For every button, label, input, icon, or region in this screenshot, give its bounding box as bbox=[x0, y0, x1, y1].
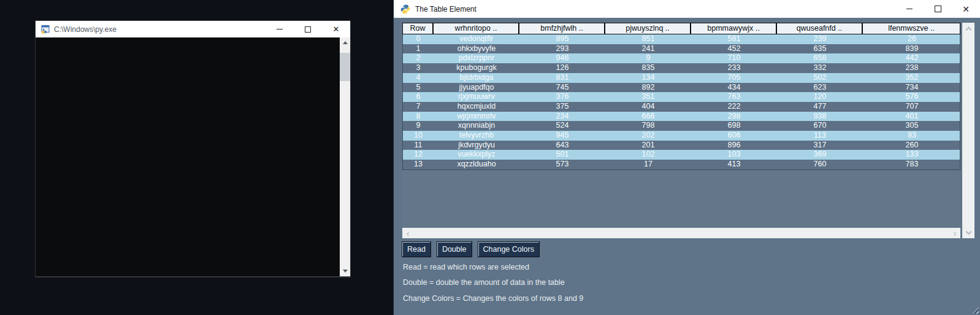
table-cell: 670 bbox=[777, 121, 863, 131]
table-row[interactable]: 12vuekkxplyz501102103369133 bbox=[403, 150, 960, 160]
table-cell: 502 bbox=[777, 73, 863, 83]
console-close-button[interactable]: ✕ bbox=[322, 21, 350, 37]
table-row[interactable]: 3kpubogurgk126835233332238 bbox=[403, 63, 960, 73]
table-cell: 831 bbox=[519, 73, 605, 83]
console-output-area[interactable] bbox=[36, 37, 350, 277]
table-row[interactable]: 13xqzzlduaho57317413760783 bbox=[403, 160, 960, 169]
table-window-titlebar[interactable]: The Table Element ✕ bbox=[394, 0, 980, 18]
table-cell: 202 bbox=[605, 131, 691, 141]
table-cell: 103 bbox=[691, 150, 777, 160]
table-minimize-button[interactable] bbox=[895, 0, 924, 18]
column-header[interactable]: bpmmawywjx .. bbox=[691, 23, 776, 34]
table-cell: 8 bbox=[403, 112, 434, 122]
table-cell: 201 bbox=[605, 141, 691, 150]
scroll-down-button[interactable] bbox=[340, 266, 350, 276]
table-cell: 260 bbox=[863, 141, 961, 150]
table-cell: 93 bbox=[863, 131, 961, 141]
table-scroll-right-button[interactable]: › bbox=[949, 228, 960, 238]
table-cell: 606 bbox=[691, 131, 777, 141]
table-cell: kpubogurgk bbox=[434, 63, 519, 73]
table-row[interactable]: 2pdxlzrppnr9469710658442 bbox=[403, 53, 960, 63]
console-app-icon bbox=[40, 25, 50, 34]
console-minimize-button[interactable] bbox=[266, 21, 294, 37]
table-cell: 710 bbox=[691, 53, 777, 63]
double-button[interactable]: Double bbox=[437, 242, 472, 257]
help-text-double: Double = double the amount of data in th… bbox=[403, 278, 565, 287]
data-table: Rowwrhnritopo ..bmfzhjfwlh ..pjwuyszlnq … bbox=[402, 23, 960, 227]
table-cell: 581 bbox=[691, 34, 777, 44]
table-cell: 576 bbox=[863, 92, 961, 102]
table-cell: 102 bbox=[605, 150, 691, 160]
chevron-down-icon bbox=[965, 228, 971, 235]
table-cell: 401 bbox=[863, 112, 961, 122]
minimize-icon bbox=[277, 29, 283, 29]
read-button[interactable]: Read bbox=[402, 242, 431, 257]
table-row[interactable]: 1ohkxbyvyfe293241452635839 bbox=[403, 44, 960, 54]
table-cell: 0 bbox=[403, 34, 434, 44]
table-cell: 332 bbox=[777, 63, 863, 73]
column-header[interactable]: pjwuyszlnq .. bbox=[605, 23, 691, 34]
arrow-up-icon bbox=[343, 41, 348, 44]
table-cell: 369 bbox=[777, 150, 863, 160]
table-cell: 763 bbox=[691, 92, 777, 102]
table-cell: 241 bbox=[605, 44, 691, 54]
table-window-controls: ✕ bbox=[895, 0, 980, 18]
table-cell: 7 bbox=[403, 102, 434, 112]
table-row[interactable]: 8wjrjmmmrlv234666298938401 bbox=[403, 112, 960, 122]
table-cell: 234 bbox=[519, 112, 605, 122]
table-horizontal-scrollbar[interactable]: ‹ › bbox=[402, 228, 960, 238]
table-row[interactable]: 0vedonqtflr89585158123926 bbox=[403, 34, 960, 44]
column-header[interactable]: wrhnritopo .. bbox=[433, 23, 519, 34]
button-row: Read Double Change Colors bbox=[402, 242, 546, 257]
console-maximize-button[interactable] bbox=[294, 21, 322, 37]
console-scrollbar[interactable] bbox=[340, 37, 350, 276]
table-cell: bjtdrbidga bbox=[434, 73, 519, 83]
table-cell: 783 bbox=[863, 160, 961, 169]
table-empty-area[interactable] bbox=[402, 170, 960, 227]
scroll-up-button[interactable] bbox=[340, 37, 350, 48]
table-cell: 120 bbox=[777, 92, 863, 102]
table-cell: 477 bbox=[777, 102, 863, 112]
table-row[interactable]: 7hqxcmjuxld375404222477707 bbox=[403, 102, 960, 112]
table-row[interactable]: 9xqnnniabjn524798698670305 bbox=[403, 121, 960, 131]
scrollbar-thumb[interactable] bbox=[340, 53, 350, 81]
table-row[interactable]: 6rjxjmuuwrv376351763120576 bbox=[403, 92, 960, 102]
table-cell: 666 bbox=[605, 112, 691, 122]
table-cell: 238 bbox=[863, 63, 961, 73]
table-close-button[interactable]: ✕ bbox=[952, 0, 980, 18]
table-cell: 12 bbox=[403, 150, 434, 160]
column-header[interactable]: Row bbox=[402, 23, 433, 34]
python-logo-icon bbox=[400, 4, 410, 14]
table-cell: 376 bbox=[519, 92, 605, 102]
table-scroll-left-button[interactable]: ‹ bbox=[402, 228, 413, 238]
table-cell: 946 bbox=[519, 53, 605, 63]
table-cell: 896 bbox=[691, 141, 777, 150]
desktop: { "colors": { "desktop_bg": "#0d1117", "… bbox=[0, 0, 980, 315]
table-scroll-down-button[interactable] bbox=[962, 227, 974, 238]
table-row[interactable]: 11jkdvrgydyu643201896317260 bbox=[403, 141, 960, 150]
table-cell: 233 bbox=[691, 63, 777, 73]
change-colors-button[interactable]: Change Colors bbox=[478, 242, 539, 257]
table-row[interactable]: 10telvyvrzhb94520260611393 bbox=[403, 131, 960, 141]
column-header[interactable]: lfenmwszve .. bbox=[862, 23, 960, 34]
table-cell: 573 bbox=[519, 160, 605, 169]
table-scroll-up-button[interactable] bbox=[962, 23, 974, 34]
table-cell: 13 bbox=[403, 160, 434, 169]
table-row[interactable]: 4bjtdrbidga831134705502352 bbox=[403, 73, 960, 83]
column-header[interactable]: qwuseafnfd .. bbox=[776, 23, 862, 34]
column-header[interactable]: bmfzhjfwlh .. bbox=[519, 23, 605, 34]
table-element-window: The Table Element ✕ Rowwrhnritopo ..bmfz… bbox=[393, 0, 980, 315]
console-titlebar[interactable]: C:\Windows\py.exe ✕ bbox=[36, 21, 350, 37]
resize-grip[interactable] bbox=[971, 306, 979, 314]
table-cell: vuekkxplyz bbox=[434, 150, 519, 160]
table-maximize-button[interactable] bbox=[924, 0, 952, 18]
console-window: C:\Windows\py.exe ✕ bbox=[35, 20, 351, 278]
table-cell: rjxjmuuwrv bbox=[434, 92, 519, 102]
table-cell: 133 bbox=[863, 150, 961, 160]
table-body: 0vedonqtflr895851581239261ohkxbyvyfe2932… bbox=[402, 34, 960, 170]
table-vertical-scrollbar[interactable] bbox=[962, 23, 974, 238]
table-cell: 501 bbox=[519, 150, 605, 160]
table-cell: 734 bbox=[863, 83, 961, 93]
table-row[interactable]: 5jjyuapdfqo745892434623734 bbox=[403, 83, 960, 93]
table-cell: 851 bbox=[605, 34, 691, 44]
